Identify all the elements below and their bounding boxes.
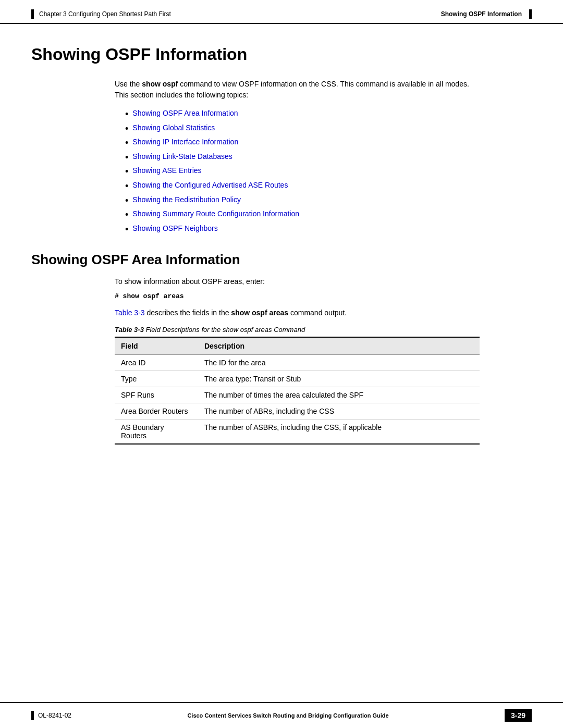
bullet-dot: • bbox=[125, 166, 128, 178]
intro-paragraph: Use the show ospf command to view OSPF i… bbox=[115, 79, 469, 101]
subsection-title: Showing OSPF Area Information bbox=[31, 252, 532, 268]
table-ref-end: command output. bbox=[288, 309, 347, 317]
link-configured-ase[interactable]: Showing the Configured Advertised ASE Ro… bbox=[132, 181, 288, 189]
table-cell-description: The ID for the area bbox=[198, 355, 480, 371]
link-redistribution[interactable]: Showing the Redistribution Policy bbox=[132, 195, 241, 204]
list-item: • Showing OSPF Area Information bbox=[125, 109, 532, 120]
bullet-dot: • bbox=[125, 124, 128, 135]
list-item: • Showing Link-State Databases bbox=[125, 152, 532, 164]
bullet-dot: • bbox=[125, 181, 128, 192]
bullet-dot: • bbox=[125, 152, 128, 164]
footer-bar-decoration bbox=[31, 711, 34, 720]
page-title: Showing OSPF Information bbox=[31, 45, 532, 64]
bullet-dot: • bbox=[125, 195, 128, 207]
list-item: • Showing Global Statistics bbox=[125, 124, 532, 135]
main-content: Showing OSPF Information Use the show os… bbox=[0, 24, 563, 702]
table-cell-field: AS BoundaryRouters bbox=[115, 419, 198, 445]
footer-left: OL-8241-02 bbox=[31, 711, 71, 720]
table-cell-field: Area Border Routers bbox=[115, 403, 198, 419]
list-item: • Showing IP Interface Information bbox=[125, 138, 532, 149]
table-ref-link[interactable]: Table 3-3 bbox=[115, 309, 145, 317]
table-row: SPF Runs The number of times the area ca… bbox=[115, 387, 480, 403]
link-ip-interface[interactable]: Showing IP Interface Information bbox=[132, 138, 238, 146]
table-cell-field: Area ID bbox=[115, 355, 198, 371]
footer-doc-id: OL-8241-02 bbox=[38, 712, 71, 719]
footer-center-text: Cisco Content Services Switch Routing an… bbox=[187, 712, 388, 719]
ospf-areas-table: Field Description Area ID The ID for the… bbox=[115, 337, 480, 445]
bullet-dot: • bbox=[125, 109, 128, 120]
table-ref-paragraph: Table 3-3 describes the fields in the sh… bbox=[115, 307, 469, 318]
subsection-intro: To show information about OSPF areas, en… bbox=[115, 276, 469, 287]
intro-text-before: Use the bbox=[115, 80, 142, 88]
header-left: Chapter 3 Configuring Open Shortest Path… bbox=[31, 9, 171, 19]
col-header-field: Field bbox=[115, 337, 198, 355]
list-item: • Showing the Redistribution Policy bbox=[125, 195, 532, 207]
intro-command: show ospf bbox=[142, 80, 178, 88]
table-caption: Table 3-3 Field Descriptions for the sho… bbox=[115, 326, 469, 334]
page-header: Chapter 3 Configuring Open Shortest Path… bbox=[0, 0, 563, 24]
subsection-area-info: Showing OSPF Area Information To show in… bbox=[31, 252, 532, 445]
link-global-stats[interactable]: Showing Global Statistics bbox=[132, 124, 215, 132]
link-link-state[interactable]: Showing Link-State Databases bbox=[132, 152, 232, 161]
link-ase-entries[interactable]: Showing ASE Entries bbox=[132, 166, 201, 175]
header-section-title: Showing OSPF Information bbox=[441, 10, 522, 18]
header-bar-right-decoration bbox=[529, 9, 532, 19]
table-ref-after: describes the fields in the bbox=[145, 309, 231, 317]
table-row: Area ID The ID for the area bbox=[115, 355, 480, 371]
bullet-dot: • bbox=[125, 209, 128, 221]
code-command: # show ospf areas bbox=[115, 292, 532, 300]
list-item: • Showing Summary Route Configuration In… bbox=[125, 209, 532, 221]
table-cell-description: The area type: Transit or Stub bbox=[198, 371, 480, 387]
header-chapter: Chapter 3 Configuring Open Shortest Path… bbox=[39, 10, 171, 18]
list-item: • Showing the Configured Advertised ASE … bbox=[125, 181, 532, 192]
link-ospf-neighbors[interactable]: Showing OSPF Neighbors bbox=[132, 224, 217, 232]
table-ref-bold: show ospf areas bbox=[231, 309, 288, 317]
header-bar-left-decoration bbox=[31, 9, 34, 19]
page-container: Chapter 3 Configuring Open Shortest Path… bbox=[0, 0, 563, 728]
list-item: • Showing ASE Entries bbox=[125, 166, 532, 178]
table-cell-field: Type bbox=[115, 371, 198, 387]
table-cell-description: The number of ABRs, including the CSS bbox=[198, 403, 480, 419]
link-area-info[interactable]: Showing OSPF Area Information bbox=[132, 109, 238, 117]
data-table-wrapper: Field Description Area ID The ID for the… bbox=[115, 337, 480, 445]
list-item: • Showing OSPF Neighbors bbox=[125, 224, 532, 236]
bullet-dot: • bbox=[125, 138, 128, 149]
header-right: Showing OSPF Information bbox=[441, 9, 532, 19]
footer-page-number: 3-29 bbox=[505, 709, 532, 722]
link-summary-route[interactable]: Showing Summary Route Configuration Info… bbox=[132, 209, 299, 218]
topic-list: • Showing OSPF Area Information • Showin… bbox=[125, 109, 532, 235]
bullet-dot: • bbox=[125, 224, 128, 236]
table-row: AS BoundaryRouters The number of ASBRs, … bbox=[115, 419, 480, 445]
table-row: Area Border Routers The number of ABRs, … bbox=[115, 403, 480, 419]
footer-right: 3-29 bbox=[505, 709, 532, 722]
table-cell-description: The number of times the area calculated … bbox=[198, 387, 480, 403]
table-row: Type The area type: Transit or Stub bbox=[115, 371, 480, 387]
table-header-row: Field Description bbox=[115, 337, 480, 355]
table-cell-description: The number of ASBRs, including the CSS, … bbox=[198, 419, 480, 445]
table-caption-text: Field Descriptions for the show ospf are… bbox=[144, 326, 305, 334]
table-cell-field: SPF Runs bbox=[115, 387, 198, 403]
col-header-description: Description bbox=[198, 337, 480, 355]
table-caption-italic-label: Table 3-3 bbox=[115, 326, 144, 334]
page-footer: OL-8241-02 Cisco Content Services Switch… bbox=[0, 702, 563, 728]
